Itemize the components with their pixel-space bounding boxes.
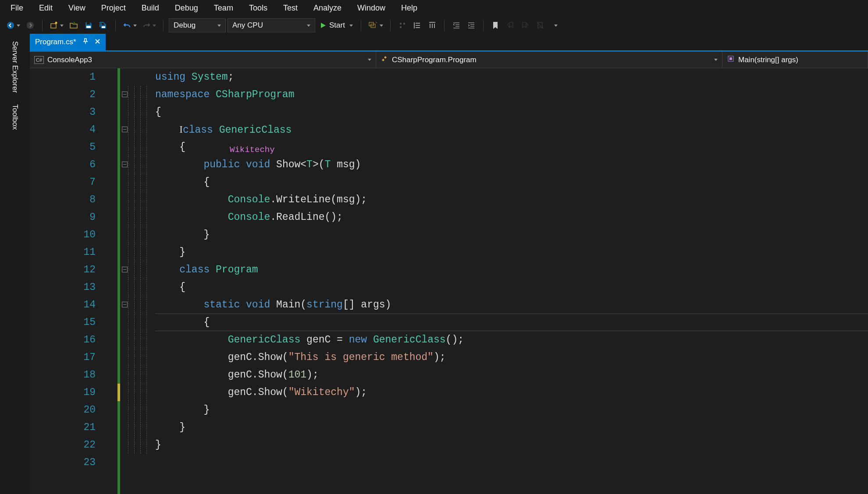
fold-toggle-icon[interactable] — [122, 302, 128, 307]
line-number: 1 — [30, 68, 117, 86]
save-all-button[interactable] — [97, 19, 110, 32]
menu-file[interactable]: File — [3, 1, 31, 15]
code-line[interactable]: { — [155, 173, 868, 191]
line-number: 2 — [30, 86, 117, 103]
line-number: 6 — [30, 156, 117, 173]
line-number: 7 — [30, 173, 117, 191]
code-editor[interactable]: 1234567891011121314151617181920212223 us… — [30, 68, 868, 494]
save-button[interactable] — [82, 19, 95, 32]
document-tab-active[interactable]: Program.cs* — [30, 34, 106, 50]
solution-config-combo[interactable]: Debug — [169, 18, 226, 32]
code-line[interactable]: GenericClass genC = new GenericClass(); — [155, 331, 868, 349]
document-tab-strip: Program.cs* — [30, 35, 868, 52]
close-tab-icon[interactable] — [95, 38, 100, 46]
find-in-files-button[interactable] — [366, 19, 385, 32]
line-number: 4 — [30, 121, 117, 138]
fold-toggle-icon[interactable] — [122, 92, 128, 97]
new-project-button[interactable] — [48, 19, 65, 32]
menu-debug[interactable]: Debug — [167, 1, 206, 15]
code-line[interactable]: genC.Show("Wikitechy"); — [155, 384, 868, 401]
svg-point-1 — [27, 22, 34, 29]
start-debug-button[interactable]: Start — [317, 18, 356, 32]
code-line[interactable]: Iclass GenericClass — [155, 121, 868, 138]
redo-button[interactable] — [140, 19, 158, 32]
pin-icon[interactable] — [82, 38, 89, 46]
solution-platform-combo[interactable]: Any CPU — [228, 18, 315, 32]
code-line[interactable]: class Program — [155, 261, 868, 279]
code-line[interactable]: } — [155, 243, 868, 261]
code-line[interactable]: } — [155, 401, 868, 419]
code-line[interactable]: static void Main(string[] args) — [155, 296, 868, 314]
menu-project[interactable]: Project — [93, 1, 134, 15]
line-number: 15 — [30, 314, 117, 331]
code-line[interactable]: Console.ReadLine(); — [155, 208, 868, 226]
watermark-label: Wikitechy — [230, 141, 275, 159]
code-line[interactable] — [155, 454, 868, 471]
code-line[interactable]: } — [155, 436, 868, 454]
line-number: 9 — [30, 208, 117, 226]
code-line[interactable]: namespace CSharpProgram — [155, 86, 868, 103]
code-line[interactable]: { — [155, 314, 868, 331]
code-line[interactable]: { — [155, 103, 868, 121]
code-line[interactable]: using System; — [155, 68, 868, 86]
prev-bookmark-icon[interactable] — [504, 19, 517, 32]
code-line[interactable]: } — [155, 419, 868, 436]
fold-toggle-icon[interactable] — [122, 162, 128, 167]
svg-rect-7 — [102, 26, 105, 28]
menu-window[interactable]: Window — [349, 1, 393, 15]
bookmark-icon[interactable] — [489, 19, 502, 32]
code-line[interactable]: public void Show<T>(T msg) — [155, 156, 868, 173]
increase-indent-icon[interactable] — [465, 19, 478, 32]
line-number: 8 — [30, 191, 117, 208]
align-left-icon[interactable] — [411, 19, 424, 32]
decrease-indent-icon[interactable] — [450, 19, 463, 32]
svg-point-0 — [7, 22, 14, 29]
menu-edit[interactable]: Edit — [31, 1, 60, 15]
toolbar-overflow-icon[interactable] — [548, 19, 562, 32]
line-number: 18 — [30, 366, 117, 384]
nav-type-combo[interactable]: CSharpProgram.Program — [376, 52, 722, 68]
nav-project-combo[interactable]: C# ConsoleApp3 — [30, 52, 376, 68]
line-number: 16 — [30, 331, 117, 349]
menu-team[interactable]: Team — [206, 1, 241, 15]
menu-build[interactable]: Build — [134, 1, 167, 15]
toolbar: Debug Any CPU Start — [0, 16, 868, 35]
code-line[interactable]: genC.Show("This is generic method"); — [155, 349, 868, 366]
next-bookmark-icon[interactable] — [519, 19, 532, 32]
menu-analyze[interactable]: Analyze — [306, 1, 349, 15]
undo-button[interactable] — [121, 19, 139, 32]
svg-point-3 — [55, 22, 57, 24]
nav-project-value: ConsoleApp3 — [47, 56, 92, 64]
menu-help[interactable]: Help — [393, 1, 425, 15]
open-file-button[interactable] — [67, 19, 80, 32]
menu-bar: FileEditViewProjectBuildDebugTeamToolsTe… — [0, 0, 868, 16]
menu-view[interactable]: View — [60, 1, 93, 15]
code-line[interactable]: Console.WriteLine(msg); — [155, 191, 868, 208]
text-cursor: I — [179, 124, 183, 135]
nav-member-combo[interactable]: Main(string[] args) — [722, 52, 868, 68]
nav-forward-button[interactable] — [24, 19, 37, 32]
rail-toolbox[interactable]: Toolbox — [9, 102, 21, 133]
menu-test[interactable]: Test — [275, 1, 306, 15]
fold-toggle-icon[interactable] — [122, 127, 128, 132]
line-number: 11 — [30, 243, 117, 261]
line-number: 10 — [30, 226, 117, 243]
nav-member-value: Main(string[] args) — [738, 56, 798, 64]
nav-type-value: CSharpProgram.Program — [392, 56, 477, 64]
code-text[interactable]: using System;namespace CSharpProgram{ Ic… — [155, 68, 868, 494]
menu-tools[interactable]: Tools — [241, 1, 275, 15]
start-label: Start — [329, 21, 345, 30]
code-line[interactable]: genC.Show(101); — [155, 366, 868, 384]
code-line[interactable]: { — [155, 279, 868, 296]
clear-bookmarks-icon[interactable] — [534, 19, 547, 32]
line-number: 12 — [30, 261, 117, 279]
method-icon — [727, 55, 735, 65]
rail-server-explorer[interactable]: Server Explorer — [9, 39, 21, 95]
nav-back-button[interactable] — [4, 19, 22, 32]
line-number: 5 — [30, 138, 117, 156]
csharp-project-icon: C# — [34, 56, 44, 64]
fold-toggle-icon[interactable] — [122, 267, 128, 272]
align-top-icon[interactable] — [426, 19, 439, 32]
step-into-icon[interactable] — [396, 19, 409, 32]
code-line[interactable]: } — [155, 226, 868, 243]
